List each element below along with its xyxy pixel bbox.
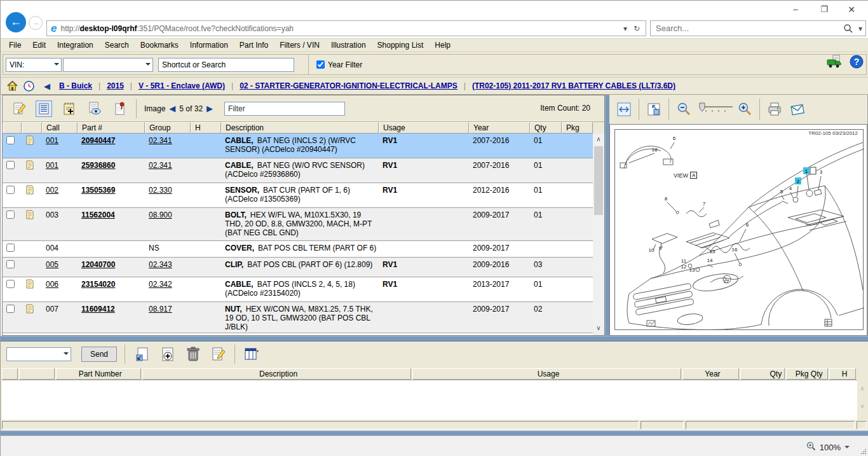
column-header-blank[interactable] [22, 122, 42, 134]
part-number-link[interactable]: 25936860 [78, 158, 145, 183]
row-checkbox[interactable] [6, 305, 15, 313]
delivery-truck-icon[interactable] [827, 55, 842, 71]
menu-search[interactable]: Search [99, 39, 135, 52]
group-link[interactable]: 02.341 [145, 134, 191, 158]
callout-7[interactable]: 7 [703, 201, 706, 207]
fit-width-icon[interactable] [616, 101, 632, 118]
print-icon[interactable] [766, 101, 783, 118]
shortcut-search-input[interactable] [158, 58, 294, 72]
table-row[interactable]: 0051204070002.343CLIP, BAT POS CBL (PART… [3, 258, 593, 277]
menu-edit[interactable]: Edit [27, 39, 51, 52]
highlighted-callout-2[interactable]: 2 [797, 179, 800, 184]
illustration-viewport[interactable]: TR02-105 03/23/2012 VIEW A [609, 124, 867, 336]
callout-3[interactable]: 3 [820, 169, 823, 175]
breadcrumb-link-tr02-105-2011-2017-rv1-battery[interactable]: (TR02-105) 2011-2017 RV1 BATTERY CABLES … [472, 81, 675, 90]
callout-6[interactable]: 6 [746, 222, 749, 228]
callout-11[interactable]: 11 [681, 258, 687, 264]
row-checkbox[interactable] [6, 161, 15, 169]
menu-integration[interactable]: Integration [51, 39, 99, 52]
callout-6[interactable]: 6 [673, 135, 676, 141]
shopping-column-header-pkg-qty[interactable]: Pkg Qty [786, 368, 828, 380]
menu-bookmarks[interactable]: Bookmarks [135, 39, 184, 52]
table-row[interactable]: 004NSCOVER, BAT POS CBL TERM (PART OF 6)… [3, 241, 593, 258]
callout-8[interactable]: 8 [665, 196, 668, 202]
shopping-column-header-description[interactable]: Description [142, 368, 411, 380]
table-row[interactable]: 0031156200408.900BOLT, HEX W/FL WA, M10X… [3, 208, 593, 241]
note-edit-icon[interactable] [210, 346, 227, 363]
part-number-link[interactable]: 11562004 [78, 208, 145, 240]
callout-18[interactable]: 18 [652, 147, 658, 153]
browser-zoom-control[interactable]: 100% [806, 441, 850, 453]
search-caret-icon[interactable]: ▾ [855, 24, 865, 33]
callout-17[interactable]: 17 [724, 279, 729, 284]
breadcrumb-link-v-5r1-enclave-awd[interactable]: V - 5R1 - Enclave (AWD) [139, 81, 225, 90]
scrollbar-thumb[interactable] [594, 146, 603, 215]
table-columns-icon[interactable] [244, 346, 261, 363]
send-button[interactable]: Send [81, 347, 117, 362]
callout-16[interactable]: 16 [732, 247, 738, 252]
vertical-splitter[interactable] [605, 95, 609, 336]
note-icon[interactable] [22, 134, 42, 158]
minimize-button[interactable]: – [786, 3, 805, 16]
highlighted-callout-box[interactable] [810, 167, 816, 174]
send-target-select[interactable] [6, 347, 71, 361]
shopping-column-header-usage[interactable]: Usage [412, 368, 681, 380]
group-link[interactable]: 02.480 [145, 333, 191, 335]
row-checkbox[interactable] [6, 280, 15, 288]
breadcrumb-link-2015[interactable]: 2015 [107, 81, 124, 90]
row-checkbox[interactable] [6, 211, 15, 219]
url-dropdown-caret-icon[interactable]: ▾ [620, 24, 630, 33]
vin-value-select[interactable] [63, 58, 153, 72]
add-to-list-icon[interactable] [61, 100, 78, 117]
note-icon[interactable] [22, 158, 42, 183]
group-link[interactable]: 02.330 [145, 183, 191, 207]
callout-5[interactable]: 5 [780, 189, 783, 195]
table-row[interactable]: 0081529818302.480BRACKET, WRG HARN GND (… [3, 333, 593, 335]
row-checkbox[interactable] [6, 186, 15, 194]
table-row[interactable]: 0071160941208.917NUT, HEX W/CON WA, M8X1… [3, 302, 593, 333]
column-header-blank[interactable] [3, 122, 22, 134]
maximize-button[interactable]: ❐ [815, 3, 834, 16]
menu-shopping-list[interactable]: Shopping List [372, 39, 430, 52]
horizontal-splitter[interactable] [1, 336, 868, 342]
row-checkbox[interactable] [6, 260, 15, 268]
call-link[interactable]: 006 [42, 277, 78, 301]
highlighted-callout-1[interactable]: 1 [805, 169, 808, 174]
address-bar[interactable]: e http://desktop-l09qrhf:351/PQMace/root… [46, 20, 646, 36]
resize-grip[interactable] [861, 449, 866, 454]
page-add-icon[interactable] [159, 346, 176, 363]
column-header-h[interactable]: H [191, 122, 221, 134]
filter-input[interactable] [224, 102, 345, 116]
pin-note-icon[interactable] [112, 100, 128, 117]
shopping-column-header-year[interactable]: Year [682, 368, 740, 380]
table-row[interactable]: 0012094044702.341CABLE, BAT NEG (INCLS 2… [3, 134, 593, 158]
edit-note-icon[interactable] [11, 100, 28, 117]
breadcrumb-link-02-starter-generator-ignition-[interactable]: 02 - STARTER-GENERATOR-IGNITION-ELECTRIC… [240, 81, 458, 90]
group-link[interactable]: 08.900 [145, 208, 191, 240]
group-link[interactable]: 02.343 [145, 258, 191, 277]
next-image-icon[interactable]: ▶ [203, 104, 217, 113]
call-link[interactable]: 005 [42, 258, 78, 277]
menu-part-info[interactable]: Part Info [234, 39, 274, 52]
note-icon[interactable] [22, 208, 42, 240]
back-button[interactable]: ← [6, 12, 26, 32]
zoom-out-icon[interactable] [675, 101, 692, 118]
shopping-column-header-h[interactable]: H [829, 368, 856, 380]
history-clock-icon[interactable] [24, 81, 34, 92]
note-icon[interactable] [22, 302, 42, 333]
part-number-link[interactable]: 11609412 [78, 302, 145, 333]
vin-type-select[interactable]: VIN: [6, 58, 62, 72]
callout-10[interactable]: 10 [649, 247, 654, 253]
zoom-in-icon[interactable] [736, 101, 753, 118]
column-header-group[interactable]: Group [145, 122, 191, 134]
part-number-link[interactable]: 12040700 [78, 258, 145, 277]
preview-icon[interactable] [86, 100, 103, 117]
menu-information[interactable]: Information [184, 39, 234, 52]
row-checkbox[interactable] [6, 244, 15, 252]
shopping-column-header-qty[interactable]: Qty [740, 368, 785, 380]
email-icon[interactable] [789, 101, 806, 118]
scroll-up-icon[interactable]: ∧ [593, 135, 604, 145]
menu-help[interactable]: Help [429, 39, 456, 52]
part-number-link[interactable]: 20940447 [78, 134, 145, 158]
zoom-slider[interactable] [697, 100, 735, 119]
